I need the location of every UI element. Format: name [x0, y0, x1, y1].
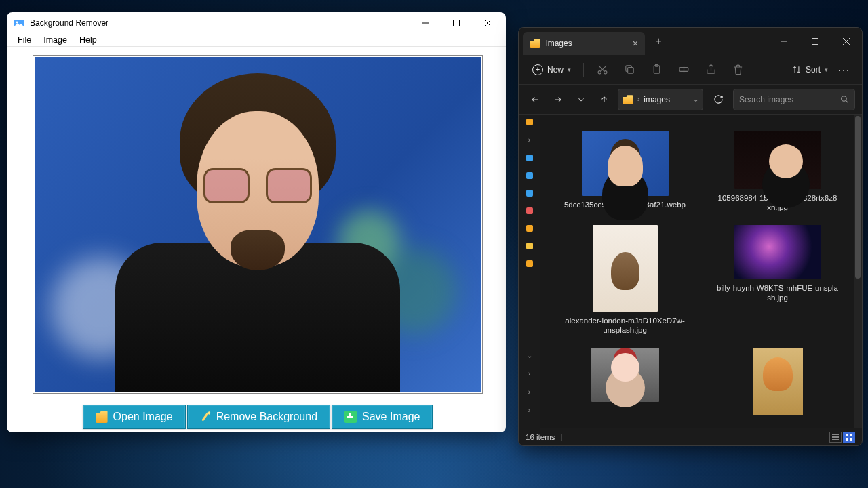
- file-item[interactable]: [551, 348, 698, 420]
- new-label: New: [547, 65, 564, 75]
- new-tab-button[interactable]: +: [648, 30, 669, 52]
- refresh-button[interactable]: [707, 89, 729, 110]
- rename-button[interactable]: [672, 58, 695, 81]
- app-icon: [14, 18, 24, 28]
- file-grid[interactable]: 5dcc135ce94e86714253af21.webp 105968984-…: [540, 115, 862, 428]
- minimize-button[interactable]: [410, 12, 441, 34]
- more-button[interactable]: ···: [835, 64, 854, 75]
- file-item[interactable]: alexander-london-mJaD10XeD7w-unsplash.jp…: [551, 225, 698, 336]
- back-button[interactable]: [526, 90, 545, 109]
- svg-rect-12: [627, 68, 633, 74]
- svg-point-16: [842, 96, 847, 102]
- maximize-button[interactable]: [800, 28, 831, 55]
- copy-button[interactable]: [618, 58, 641, 81]
- sort-button[interactable]: Sort ▾: [792, 65, 828, 75]
- menu-help[interactable]: Help: [74, 34, 102, 46]
- thumbnail: [582, 131, 669, 196]
- thumbnail: [734, 131, 821, 189]
- file-name: alexander-london-mJaD10XeD7w-unsplash.jp…: [564, 316, 686, 336]
- folder-icon: [96, 411, 108, 423]
- breadcrumb-folder[interactable]: images: [644, 95, 670, 104]
- open-label: Open Image: [113, 411, 173, 423]
- close-button[interactable]: [831, 28, 862, 55]
- app-titlebar[interactable]: Background Remover: [7, 12, 506, 34]
- share-button[interactable]: [699, 58, 722, 81]
- paste-button[interactable]: [645, 58, 668, 81]
- menu-file[interactable]: File: [12, 34, 37, 46]
- explorer-tabbar: images × +: [519, 28, 862, 55]
- menu-image[interactable]: Image: [38, 34, 73, 46]
- open-image-button[interactable]: Open Image: [83, 405, 186, 429]
- sidebar-item[interactable]: [526, 225, 533, 232]
- save-image-button[interactable]: Save Image: [332, 405, 433, 429]
- save-icon: [344, 411, 357, 423]
- action-bar: Open Image Remove Background Save Image: [83, 405, 433, 429]
- separator: |: [560, 433, 562, 441]
- tab-close-button[interactable]: ×: [633, 38, 638, 49]
- sort-label: Sort: [806, 65, 821, 75]
- close-button[interactable]: [472, 12, 503, 34]
- delete-button[interactable]: [726, 58, 749, 81]
- search-placeholder: Search images: [739, 95, 793, 104]
- file-item[interactable]: 5dcc135ce94e86714253af21.webp: [551, 131, 698, 213]
- chevron-right-icon[interactable]: ›: [528, 388, 530, 396]
- menu-bar: File Image Help: [7, 34, 506, 47]
- file-item[interactable]: [704, 348, 851, 420]
- explorer-tab[interactable]: images ×: [523, 32, 645, 55]
- sidebar-item[interactable]: [526, 155, 533, 161]
- up-button[interactable]: [595, 90, 614, 109]
- refresh-icon: [713, 94, 724, 104]
- cut-button[interactable]: [591, 58, 614, 81]
- scrollbar[interactable]: [854, 115, 862, 428]
- sidebar-item[interactable]: [526, 172, 533, 179]
- search-input[interactable]: Search images: [733, 89, 855, 110]
- search-icon: [840, 95, 849, 104]
- list-view-button[interactable]: [829, 432, 842, 443]
- thumbnail: [591, 348, 659, 402]
- recent-button[interactable]: [572, 90, 591, 109]
- sidebar-item[interactable]: [526, 260, 533, 267]
- sidebar-item[interactable]: [526, 243, 533, 249]
- scrollbar-thumb[interactable]: [855, 116, 861, 279]
- explorer-window-controls: [768, 28, 862, 55]
- sidebar-item[interactable]: [526, 207, 533, 214]
- grid-view-button[interactable]: [843, 432, 855, 443]
- remove-bg-button[interactable]: Remove Background: [187, 405, 330, 429]
- minimize-button[interactable]: [768, 28, 800, 55]
- chevron-right-icon[interactable]: ›: [528, 370, 530, 378]
- chevron-down-icon[interactable]: ⌄: [527, 352, 532, 359]
- status-bar: 16 items |: [519, 428, 862, 445]
- resize-grip-icon[interactable]: [500, 427, 506, 432]
- explorer-body: › ⌄ › › › 5dcc135ce94e86714253af21.webp: [519, 115, 862, 428]
- sort-icon: [792, 65, 802, 75]
- thumbnail: [593, 225, 658, 312]
- explorer-sidebar[interactable]: › ⌄ › › ›: [519, 115, 540, 428]
- svg-point-10: [598, 71, 601, 74]
- explorer-toolbar: + New ▾ Sort ▾ ···: [519, 55, 862, 85]
- app-body: Open Image Remove Background Save Image: [7, 47, 506, 432]
- maximize-button[interactable]: [441, 12, 472, 34]
- file-item[interactable]: billy-huynh-W8KTS-mhFUE-unsplash.jpg: [704, 225, 851, 336]
- chevron-right-icon[interactable]: ›: [528, 136, 530, 144]
- plus-circle-icon: +: [532, 64, 543, 75]
- chevron-down-icon[interactable]: ⌄: [693, 96, 698, 103]
- chevron-down-icon: ▾: [825, 66, 828, 73]
- image-preview: [35, 57, 481, 392]
- new-button[interactable]: + New ▾: [527, 62, 576, 78]
- app-title: Background Remover: [30, 18, 410, 28]
- remove-label: Remove Background: [216, 411, 317, 423]
- svg-rect-7: [812, 39, 818, 45]
- address-bar[interactable]: › images ⌄: [618, 89, 703, 110]
- forward-button[interactable]: [549, 90, 568, 109]
- separator: [583, 63, 584, 77]
- sidebar-item[interactable]: [526, 119, 533, 125]
- file-item[interactable]: 105968984-1560512308328rtx6z8xn.jpg: [704, 131, 851, 213]
- save-label: Save Image: [362, 411, 420, 423]
- svg-rect-3: [454, 20, 460, 26]
- svg-point-1: [16, 22, 18, 24]
- tab-title: images: [546, 39, 572, 48]
- thumbnail: [753, 348, 803, 415]
- sidebar-item[interactable]: [526, 190, 533, 197]
- chevron-down-icon: ▾: [568, 66, 571, 73]
- chevron-right-icon[interactable]: ›: [528, 407, 530, 414]
